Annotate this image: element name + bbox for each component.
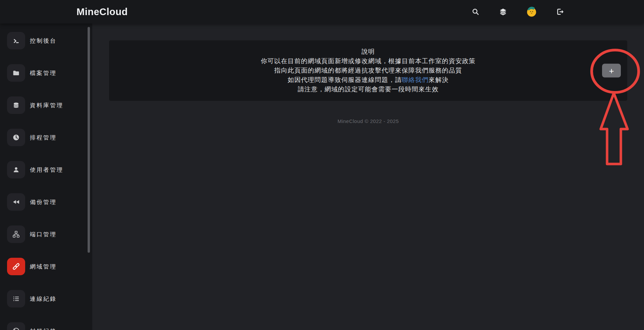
notice-line: 請注意，網域的設定可能會需要一段時間來生效 (109, 85, 627, 94)
sidebar-item-label: 控制後台 (30, 37, 57, 45)
ban-icon (7, 322, 25, 330)
database-icon (7, 96, 25, 114)
sidebar-item-console[interactable]: 控制後台 (7, 32, 92, 49)
main-content: 說明 你可以在目前的網域頁面新增或修改網域，根據目前本工作室的資安政策 指向此頁… (92, 24, 644, 330)
sidebar-item-files[interactable]: 檔案管理 (7, 64, 92, 82)
sidebar-item-backup[interactable]: 備份管理 (7, 193, 92, 211)
list-icon (7, 290, 25, 307)
folder-icon (7, 64, 25, 82)
sidebar-item-label: 備份管理 (30, 198, 57, 206)
sidebar-item-label: 排程管理 (30, 134, 57, 141)
sidebar: 控制後台 檔案管理 資料庫管理 排程管理 (0, 24, 92, 330)
sidebar-item-label: 使用者管理 (30, 166, 63, 174)
add-domain-button[interactable]: + (602, 64, 621, 78)
search-button[interactable] (471, 7, 480, 16)
sidebar-scrollbar[interactable] (88, 27, 90, 253)
link-icon (7, 258, 25, 275)
sidebar-item-label: 端口管理 (30, 231, 57, 238)
sidebar-item-schedule[interactable]: 排程管理 (7, 129, 92, 146)
sidebar-item-domains[interactable]: 網域管理 (7, 258, 92, 275)
notice-box: 說明 你可以在目前的網域頁面新增或修改網域，根據目前本工作室的資安政策 指向此頁… (109, 40, 627, 101)
stack-button[interactable] (499, 7, 507, 16)
user-avatar[interactable] (526, 6, 537, 17)
sidebar-item-database[interactable]: 資料庫管理 (7, 96, 92, 114)
notice-line: 如因代理問題導致伺服器連線問題，請聯絡我們來解決 (109, 75, 627, 85)
notice-line-suffix: 來解決 (429, 76, 449, 83)
logout-button[interactable] (556, 7, 564, 16)
sidebar-item-label: 檔案管理 (30, 69, 57, 77)
sidebar-item-label: 連線紀錄 (30, 295, 57, 303)
rewind-icon (7, 193, 25, 211)
sidebar-item-label: 網域管理 (30, 263, 57, 271)
sidebar-item-users[interactable]: 使用者管理 (7, 161, 92, 178)
app-header: MineCloud (0, 0, 644, 24)
notice-title: 說明 (109, 47, 627, 56)
notice-line: 你可以在目前的網域頁面新增或修改網域，根據目前本工作室的資安政策 (109, 56, 627, 66)
sidebar-item-label: 資料庫管理 (30, 101, 63, 109)
app-title: MineCloud (77, 0, 128, 24)
stack-icon (499, 7, 507, 16)
header-actions (471, 0, 564, 24)
sidebar-item-ports[interactable]: 端口管理 (7, 225, 92, 243)
user-icon (7, 161, 25, 178)
sidebar-item-blocked[interactable]: 封鎖紀錄 (7, 322, 92, 330)
footer-copyright: MineCloud © 2022 - 2025 (92, 118, 644, 124)
contact-us-link[interactable]: 聯絡我們 (402, 76, 429, 83)
sidebar-item-connections[interactable]: 連線紀錄 (7, 290, 92, 307)
terminal-icon (7, 32, 25, 49)
sidebar-item-label: 封鎖紀錄 (30, 327, 57, 330)
notice-line-prefix: 如因代理問題導致伺服器連線問題，請 (288, 76, 402, 83)
search-icon (472, 8, 480, 16)
sitemap-icon (7, 225, 25, 243)
avatar-face-icon (526, 6, 537, 17)
logout-icon (556, 7, 564, 16)
clock-icon (7, 129, 25, 146)
notice-line: 指向此頁面的網域的都將經過抗攻擊代理來保障我們服務的品質 (109, 66, 627, 75)
